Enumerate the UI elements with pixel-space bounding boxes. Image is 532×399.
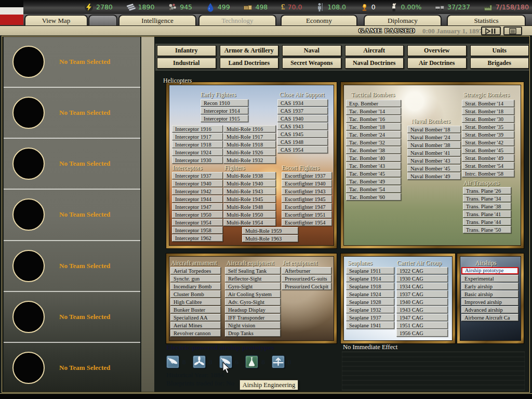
tab-diplomacy[interactable]: Diplomacy [364,15,442,25]
tech-item[interactable]: Strat. Bomber '35 [462,123,514,130]
tech-item[interactable]: CAS 1934 [277,99,328,107]
tech-item[interactable]: Aerial Mines [170,322,221,329]
tech-item[interactable]: Seaplane 1914 [346,275,394,282]
tech-item[interactable]: Tac. Bomber '14 [346,108,401,115]
tech-item[interactable]: Tac. Bomber '43 [346,162,401,169]
tech-item[interactable]: Seaplane 1924 [346,290,394,298]
tech-item[interactable]: 1930 CAG [396,275,448,282]
tech-item[interactable]: Tac. Bomber '45 [346,170,401,177]
tech-item[interactable]: Seaplane 1937 [346,314,394,321]
tech-item[interactable]: Interceptor 1954 [172,219,223,226]
tech-item[interactable]: Naval Bomber '43 [407,157,461,164]
tech-item[interactable]: Tac. Bomber '60 [346,193,401,201]
tech-item[interactable]: Airborne Aircraft Ca [461,314,518,321]
tech-item[interactable]: Naval Bomber '38 [407,141,461,149]
tech-item[interactable]: Multi-Role 1916 [223,125,276,132]
tech-item[interactable]: Interceptor 1924 [172,149,223,156]
tech-item[interactable]: CAS 1948 [277,138,328,145]
tech-category-button[interactable]: Naval Doctrines [345,58,404,69]
tech-item[interactable]: Trans. Plane '44 [463,218,511,225]
research-slot[interactable]: No Team Selected [4,343,140,393]
tech-item[interactable]: Escortfighter 1945 [282,195,332,203]
tech-item[interactable]: 1934 CAG [396,283,448,290]
tech-item[interactable]: Naval Bomber '18 [407,126,461,133]
tech-item[interactable]: Strat. Bomber '30 [462,115,514,123]
tech-item[interactable]: Multi-Role 1917 [223,133,276,140]
tech-item[interactable]: Drop Tanks [225,329,281,337]
tech-item[interactable]: Escortfighter 1937 [282,172,332,179]
tech-item[interactable]: Interceptor 1942 [172,188,223,195]
tech-item[interactable]: Multi-Role 1932 [223,156,276,164]
tech-item[interactable]: Air Cooling System [225,290,281,298]
tech-item[interactable]: Seaplane 1918 [346,283,394,290]
tech-item[interactable]: Interceptor 1916 [172,125,223,132]
tech-item[interactable]: Tac. Bomber '38 [346,147,401,154]
tech-item[interactable]: Strat. Bomber '18 [462,108,514,115]
tech-category-button[interactable]: Air Doctrines [407,58,467,69]
research-slot[interactable]: No Team Selected [4,241,140,292]
tech-item[interactable]: Incendiary Bomb [170,283,221,290]
tech-item[interactable]: Synchr. gun [170,275,221,282]
tech-item[interactable]: CAS 1943 [277,123,328,130]
tech-item[interactable]: CAS 1937 [277,107,328,114]
tech-item[interactable]: Intrc. Bomber '58 [462,170,514,177]
tech-item[interactable]: Interceptor 1950 [172,211,223,218]
tech-item[interactable]: Improved airship [461,298,518,305]
tech-item[interactable]: 1951 CAG [396,322,448,329]
tab-economy[interactable]: Economy [281,15,357,25]
tech-item[interactable]: Aerial Torpedoes [170,267,221,274]
tech-item[interactable]: Recon 1910 [201,99,248,107]
tech-category-button[interactable]: Naval [282,45,341,56]
tech-item[interactable]: IFF Transponder [225,314,281,321]
tech-item[interactable]: Tac. Bomber '32 [346,139,401,146]
tech-item[interactable]: Escortfighter 1947 [282,203,332,210]
tech-item[interactable]: Interceptor 1958 [172,227,223,234]
tech-item[interactable]: Bunker Buster [170,306,221,313]
tech-item[interactable]: High Calibre [170,298,221,305]
tech-item[interactable]: Tac. Bomber '40 [346,154,401,162]
tech-item[interactable]: Naval Bomber '45 [407,165,461,172]
tech-item[interactable]: Trans. Plane '34 [463,195,511,202]
tech-item[interactable]: Seaplane 1928 [346,298,394,305]
tech-category-button[interactable]: Secret Weapons [282,58,341,69]
tech-item[interactable]: Interceptor 1930 [172,156,223,164]
tech-item[interactable]: Self Sealing Tank [225,267,281,274]
tech-item[interactable]: Escortfighter 1954 [282,219,332,226]
tech-item[interactable]: Multi-Role 1954 [223,219,276,226]
tech-item[interactable]: CAS 1945 [277,130,328,138]
tech-item[interactable]: Airship prototype [461,267,518,274]
tech-item[interactable]: Interceptor 1944 [172,195,223,203]
tech-item[interactable]: Multi-Role 1959 [242,227,298,234]
research-slot[interactable]: No Team Selected [4,139,140,190]
tech-item[interactable]: Strat. Bomber '42 [462,139,514,146]
tech-item[interactable]: Tac. Bomber '18 [346,123,401,130]
tech-item[interactable]: Escortfighter 1943 [282,188,332,195]
research-slot[interactable]: No Team Selected [4,88,140,139]
tech-item[interactable]: Tac. Bomber '54 [346,185,401,193]
research-slot[interactable]: No Team Selected [4,292,140,343]
tech-item[interactable]: Tac. Bomber '49 [346,178,401,185]
pause-play-button[interactable] [481,26,501,35]
tech-item[interactable]: Naval Bomber '24 [407,134,461,141]
tech-category-button[interactable]: Land Doctrines [220,58,279,69]
tech-item[interactable]: Night vision [225,322,281,329]
tech-item[interactable]: Reflector-Sight [225,275,281,282]
menu-button[interactable] [503,26,522,35]
tech-item[interactable]: 1940 CAG [396,298,448,305]
tab-view-map[interactable]: View Map [24,15,88,25]
tech-item[interactable]: Revolver cannon [170,329,221,337]
tech-item[interactable]: Cluster Bomb [170,290,221,298]
tech-item[interactable]: Headsup Display [225,306,281,313]
tech-item[interactable]: 1947 CAG [396,314,448,321]
tech-item[interactable]: CAS 1954 [277,146,328,153]
tech-item[interactable]: Escortfighter 1951 [282,211,332,218]
tech-item[interactable]: Interceptor 1918 [172,141,223,148]
tech-item[interactable]: Seaplane 1941 [346,322,394,329]
tech-item[interactable]: Interceptor 1937 [172,172,223,179]
tech-category-button[interactable]: Units [470,45,529,56]
tech-item[interactable]: Seaplane 1911 [346,267,394,274]
tech-item[interactable]: Interceptor 1917 [172,133,223,140]
tech-category-button[interactable]: Industrial [157,58,216,69]
tech-item[interactable]: Naval Bomber '41 [407,149,461,156]
tech-item[interactable]: Naval Bomber '49 [407,172,461,180]
